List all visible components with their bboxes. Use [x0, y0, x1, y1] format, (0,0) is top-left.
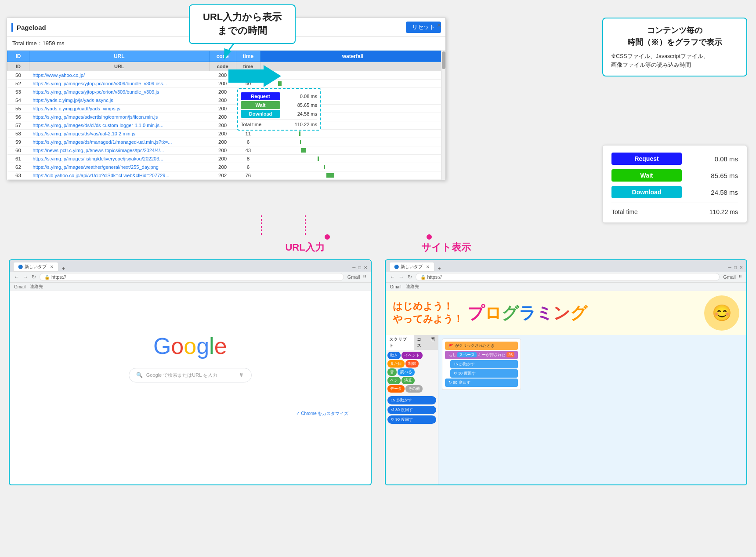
- wf-download-btn: Download: [241, 110, 280, 118]
- row-id: 56: [7, 113, 29, 121]
- row-id: 58: [7, 130, 29, 138]
- account-btn-right[interactable]: Gmail: [723, 274, 736, 280]
- url-box-left[interactable]: 🔒 https://: [40, 273, 344, 281]
- scratch-ide: スクリプト コス 音 動き イベント 見た目 制御: [386, 335, 747, 484]
- maximize-btn-right[interactable]: □: [734, 265, 737, 270]
- sound-tab[interactable]: 音: [428, 335, 438, 350]
- lock-icon-left: 🔒: [44, 275, 50, 280]
- row-id: 57: [7, 121, 29, 130]
- script-block-if[interactable]: もし スペース キーが押された 25: [445, 351, 518, 359]
- apps-btn-right[interactable]: ⠿: [738, 274, 742, 280]
- cat-row2: 見た目 制御: [387, 360, 436, 368]
- script-stack[interactable]: 🚩 がクリックされたとき もし スペース キーが押された 25 15 歩動かす …: [442, 339, 521, 390]
- google-search-box[interactable]: 🔍 Google で検索またはURL を入力 🎙: [129, 368, 252, 382]
- row-time: 43: [236, 146, 260, 155]
- forward-btn-right[interactable]: →: [399, 274, 404, 280]
- block-turn2[interactable]: ↻ 90 度回す: [387, 415, 436, 424]
- cat-control[interactable]: 制御: [405, 360, 419, 368]
- row-waterfall: [260, 80, 445, 88]
- table-row: 59 https://s.yimg.jp/images/ds/managed/1…: [7, 138, 445, 146]
- back-btn-left[interactable]: ←: [14, 274, 19, 280]
- customize-chrome-btn[interactable]: ✓ Chrome をカスタマイズ: [296, 411, 348, 416]
- bookmark-gmail-right[interactable]: Gmail: [390, 284, 402, 289]
- apps-btn-left[interactable]: ⠿: [363, 274, 366, 280]
- minimize-btn-right[interactable]: ─: [728, 265, 731, 270]
- close-btn-right[interactable]: ✕: [739, 265, 743, 270]
- title-bar-decoration: [11, 23, 13, 32]
- reset-button[interactable]: リセット: [406, 22, 441, 33]
- stats-total-value: 110.22 ms: [709, 208, 738, 215]
- bookmark-gmail-left[interactable]: Gmail: [14, 284, 25, 289]
- browser-left-tab[interactable]: 🔵 新しいタブ ✕: [13, 262, 58, 272]
- cat-other[interactable]: その他: [405, 385, 423, 393]
- row-code: 200: [209, 163, 236, 171]
- top-bubble-line2: までの時間: [217, 25, 267, 36]
- row-id: 61: [7, 155, 29, 163]
- costume-tab[interactable]: コス: [414, 335, 428, 350]
- browser-right-tab[interactable]: 🔵 新しいタブ ✕: [389, 262, 434, 272]
- scratch-sidebar: スクリプト コス 音 動き イベント 見た目 制御: [386, 335, 438, 484]
- table-row: 63 https://clb.yahoo.co.jp/api/v1/clb?cl…: [7, 171, 445, 180]
- scratch-script-area: 🚩 がクリックされたとき もし スペース キーが押された 25 15 歩動かす …: [438, 335, 747, 484]
- table-row: 55 https://yads.c.yimg.jp/uadf/yads_vimp…: [7, 105, 445, 113]
- col-waterfall: waterfall: [260, 51, 445, 62]
- script-block-walk[interactable]: 15 歩動かす: [450, 360, 518, 368]
- row-id: 52: [7, 80, 29, 88]
- block-walk[interactable]: 15 歩動かす: [387, 396, 436, 404]
- reload-btn-right[interactable]: ↻: [408, 274, 412, 280]
- block-turn1[interactable]: ↺ 30 度回す: [387, 406, 436, 414]
- url-box-right[interactable]: 🔒 https://: [416, 273, 720, 281]
- scratch-blocks-list: 15 歩動かす ↺ 30 度回す ↻ 90 度回す: [386, 394, 438, 426]
- close-button[interactable]: ×: [437, 22, 441, 29]
- minimize-btn-left[interactable]: ─: [352, 265, 355, 270]
- script-block-turn30[interactable]: ↺ 30 度回す: [450, 369, 518, 378]
- cat-look[interactable]: 見た目: [387, 360, 405, 368]
- bookmark-contacts-right[interactable]: 連絡先: [406, 284, 419, 290]
- panel-scrollbar[interactable]: [441, 51, 445, 180]
- row-id: 62: [7, 163, 29, 171]
- search-icon: 🔍: [136, 372, 143, 378]
- table-row: 54 https://yads.c.yimg.jp/js/yads-async.…: [7, 96, 445, 105]
- programming-header: はじめよう！ やってみよう！ プログラミング 😊: [386, 291, 747, 335]
- cat-sound[interactable]: 音: [387, 368, 397, 376]
- row-time: 11: [236, 130, 260, 138]
- cat-row4: ペン 演算: [387, 377, 436, 384]
- cat-calc[interactable]: 演算: [402, 377, 415, 384]
- cat-pen[interactable]: ペン: [387, 377, 401, 384]
- stats-total-row: Total time 110.22 ms: [611, 207, 738, 215]
- content-title-line2: 時間（※）をグラフで表示: [627, 38, 722, 47]
- script-tab[interactable]: スクリプト: [386, 335, 415, 350]
- row-code: 200: [209, 96, 236, 105]
- mic-icon[interactable]: 🎙: [239, 372, 244, 378]
- close-btn-left[interactable]: ✕: [364, 265, 367, 270]
- row-code: 202: [209, 171, 236, 180]
- back-btn-right[interactable]: ←: [390, 274, 395, 280]
- chrome-actions-right: Gmail ⠿: [723, 274, 742, 280]
- cat-event[interactable]: イベント: [402, 352, 423, 359]
- row-url: https://s.yimg.jp/images/ds/cl/ds-custom…: [29, 121, 209, 130]
- maximize-btn-left[interactable]: □: [358, 265, 361, 270]
- table-row: 62 https://s.yimg.jp/images/weather/gene…: [7, 163, 445, 171]
- bookmark-contacts-left[interactable]: 連絡先: [30, 284, 43, 290]
- table-row: 56 https://s.yimg.jp/images/advertising/…: [7, 113, 445, 121]
- table-row: 60 https://news-pctr.c.yimg.jp/t/news-to…: [7, 146, 445, 155]
- row-waterfall: [260, 130, 445, 138]
- cat-motion[interactable]: 動き: [387, 352, 401, 359]
- download-value: 24.58 ms: [694, 189, 738, 196]
- prog-title-main: プログラミング: [467, 302, 587, 324]
- account-btn-left[interactable]: Gmail: [347, 274, 360, 280]
- row-url: https://yads.c.yimg.jp/uadf/yads_vimps.j…: [29, 105, 209, 113]
- new-tab-plus-right[interactable]: +: [438, 266, 441, 272]
- script-block-click[interactable]: 🚩 がクリックされたとき: [445, 342, 518, 350]
- scrollbar-thumb[interactable]: [442, 51, 445, 69]
- google-logo: Google: [153, 333, 227, 359]
- script-block-turn90[interactable]: ↻ 90 度回す: [445, 379, 518, 387]
- forward-btn-left[interactable]: →: [23, 274, 28, 280]
- reload-btn-left[interactable]: ↻: [32, 274, 36, 280]
- content-title-line1: コンテンツ毎の: [647, 26, 702, 35]
- cat-data[interactable]: データ: [387, 385, 405, 393]
- row-waterfall: [260, 71, 445, 80]
- new-tab-plus-left[interactable]: +: [62, 266, 65, 272]
- address-bar-left: ← → ↻ 🔒 https:// Gmail ⠿: [10, 272, 371, 283]
- cat-sense[interactable]: 調べる: [398, 368, 415, 376]
